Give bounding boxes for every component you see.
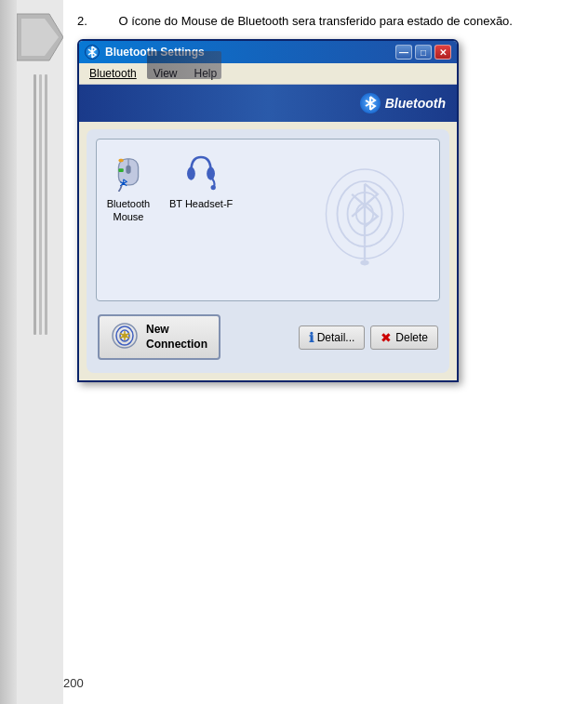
dialog-buttons: NewConnection ℹ Detail... ✖ Delete bbox=[96, 311, 440, 364]
bt-headset-icon bbox=[179, 149, 223, 193]
bluetooth-logo-text: Bluetooth bbox=[385, 96, 446, 111]
bt-headset-item[interactable]: BT Headset-F bbox=[169, 149, 233, 224]
svg-point-13 bbox=[187, 167, 195, 180]
info-icon: ℹ bbox=[309, 330, 314, 345]
new-connection-button[interactable]: NewConnection bbox=[98, 314, 220, 360]
minimize-button[interactable]: — bbox=[395, 45, 412, 60]
page-line bbox=[45, 74, 47, 335]
step-number: 2. bbox=[77, 14, 87, 28]
delete-icon: ✖ bbox=[381, 330, 392, 345]
bluetooth-logo: Bluetooth bbox=[360, 93, 446, 113]
detail-label: Detail... bbox=[317, 331, 355, 344]
arrow-icon bbox=[17, 9, 63, 65]
step-description: 2. O ícone do Mouse de Bluetooth sera tr… bbox=[77, 14, 569, 28]
laptop-decoration bbox=[147, 51, 221, 79]
bt-headset-label: BT Headset-F bbox=[169, 197, 233, 210]
detail-button[interactable]: ℹ Detail... bbox=[299, 325, 366, 350]
bluetooth-mouse-label: BluetoothMouse bbox=[107, 197, 150, 224]
bluetooth-settings-window: Bluetooth Settings — □ ✕ Bluetooth View … bbox=[77, 39, 459, 382]
menu-bluetooth[interactable]: Bluetooth bbox=[87, 66, 140, 81]
title-bar: Bluetooth Settings — □ ✕ bbox=[79, 41, 457, 63]
main-content: 2. O ícone do Mouse de Bluetooth sera tr… bbox=[63, 0, 588, 704]
menu-bar: Bluetooth View Help bbox=[79, 63, 457, 85]
left-decoration bbox=[0, 0, 63, 704]
svg-point-15 bbox=[211, 185, 216, 190]
devices-row: BluetoothMouse bbox=[106, 149, 233, 224]
bluetooth-signal-watermark bbox=[318, 158, 411, 270]
svg-rect-11 bbox=[118, 159, 123, 163]
bluetooth-mouse-icon bbox=[106, 149, 151, 193]
blue-header: Bluetooth bbox=[79, 85, 457, 122]
right-buttons: ℹ Detail... ✖ Delete bbox=[299, 325, 438, 350]
page-line bbox=[33, 74, 36, 335]
close-button[interactable]: ✕ bbox=[434, 45, 451, 60]
maximize-button[interactable]: □ bbox=[415, 45, 432, 60]
page-line bbox=[39, 74, 42, 335]
delete-label: Delete bbox=[395, 331, 428, 344]
svg-rect-12 bbox=[118, 168, 123, 172]
svg-rect-10 bbox=[126, 166, 130, 174]
page-number: 200 bbox=[63, 676, 84, 690]
spine-gray bbox=[0, 0, 17, 704]
window-controls: — □ ✕ bbox=[395, 45, 451, 60]
bluetooth-title-icon bbox=[85, 45, 100, 60]
new-connection-label: NewConnection bbox=[146, 323, 207, 352]
dialog-content: BluetoothMouse bbox=[87, 129, 449, 373]
svg-point-7 bbox=[360, 260, 368, 266]
step-text: O ícone do Mouse de Bluetooth sera trans… bbox=[118, 14, 513, 28]
delete-button[interactable]: ✖ Delete bbox=[370, 325, 438, 350]
bluetooth-logo-icon bbox=[360, 93, 381, 113]
device-list-area: BluetoothMouse bbox=[96, 139, 440, 301]
new-connection-icon bbox=[111, 322, 139, 352]
bluetooth-mouse-item[interactable]: BluetoothMouse bbox=[106, 149, 151, 224]
spine-arrow bbox=[17, 0, 63, 704]
